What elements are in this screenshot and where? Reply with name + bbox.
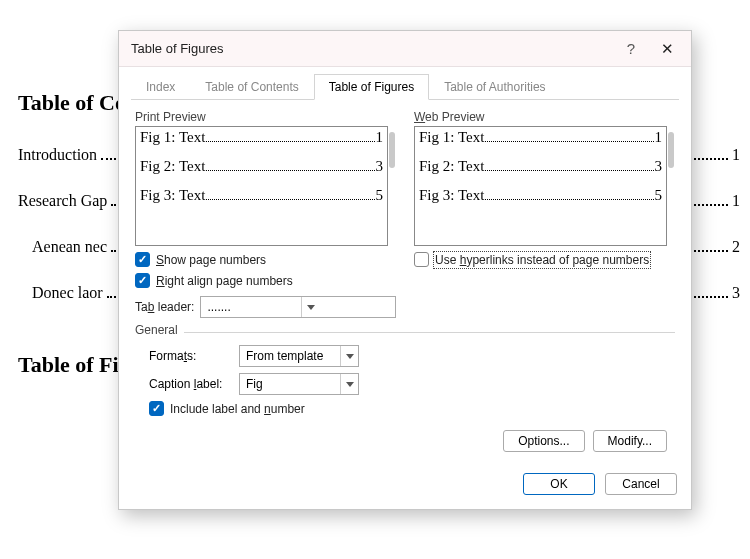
checkbox-icon (149, 401, 164, 416)
dialog-titlebar: Table of Figures ? ✕ (119, 31, 691, 67)
tab-leader-combo[interactable]: ....... (200, 296, 396, 318)
preview-entry: Fig 1: Text1 (140, 129, 383, 146)
help-button[interactable]: ? (613, 40, 649, 57)
cancel-button[interactable]: Cancel (605, 473, 677, 495)
web-preview-label: Web Preview (414, 110, 675, 124)
preview-entry: Fig 3: Text5 (140, 187, 383, 204)
modify-button[interactable]: Modify... (593, 430, 667, 452)
caption-label-row: Caption label: Fig (149, 373, 675, 395)
caption-label-label: Caption label: (149, 377, 231, 391)
preview-entry: Fig 2: Text3 (419, 158, 662, 175)
tab-leader-label: Tab leader: (135, 300, 194, 314)
preview-entry: Fig 1: Text1 (419, 129, 662, 146)
print-preview-label: Print Preview (135, 110, 396, 124)
right-align-page-numbers-checkbox[interactable]: Right align page numbers (135, 273, 396, 288)
formats-row: Formats: From template (149, 345, 675, 367)
close-button[interactable]: ✕ (649, 40, 685, 58)
print-preview-scrollbar[interactable] (388, 126, 396, 246)
formats-label: Formats: (149, 349, 231, 363)
dialog-title: Table of Figures (131, 41, 613, 56)
include-label-number-checkbox[interactable]: Include label and number (149, 401, 675, 416)
print-preview-box: Fig 1: Text1Fig 2: Text3Fig 3: Text5 (135, 126, 388, 246)
checkbox-icon (414, 252, 429, 267)
preview-entry: Fig 2: Text3 (140, 158, 383, 175)
tab-leader-row: Tab leader: ....... (135, 296, 396, 318)
chevron-down-icon (340, 374, 358, 394)
preview-entry: Fig 3: Text5 (419, 187, 662, 204)
chevron-down-icon (340, 346, 358, 366)
checkbox-icon (135, 252, 150, 267)
table-of-figures-dialog: Table of Figures ? ✕ IndexTable of Conte… (118, 30, 692, 510)
tab-index[interactable]: Index (131, 74, 190, 100)
web-preview-scrollbar[interactable] (667, 126, 675, 246)
ok-button[interactable]: OK (523, 473, 595, 495)
caption-label-combo[interactable]: Fig (239, 373, 359, 395)
web-preview-box: Fig 1: Text1Fig 2: Text3Fig 3: Text5 (414, 126, 667, 246)
web-preview-section: Web Preview Fig 1: Text1Fig 2: Text3Fig … (414, 110, 675, 318)
general-divider: General (135, 332, 675, 333)
use-hyperlinks-checkbox[interactable]: Use hyperlinks instead of page numbers (414, 252, 675, 267)
show-page-numbers-checkbox[interactable]: Show page numbers (135, 252, 396, 267)
dialog-tabs: IndexTable of ContentsTable of FiguresTa… (131, 71, 679, 99)
chevron-down-icon (301, 297, 319, 317)
formats-combo[interactable]: From template (239, 345, 359, 367)
tab-table-of-authorities[interactable]: Table of Authorities (429, 74, 560, 100)
options-button[interactable]: Options... (503, 430, 584, 452)
tab-table-of-figures[interactable]: Table of Figures (314, 74, 429, 100)
print-preview-section: Print Preview Fig 1: Text1Fig 2: Text3Fi… (135, 110, 396, 318)
tab-table-of-contents[interactable]: Table of Contents (190, 74, 313, 100)
checkbox-icon (135, 273, 150, 288)
